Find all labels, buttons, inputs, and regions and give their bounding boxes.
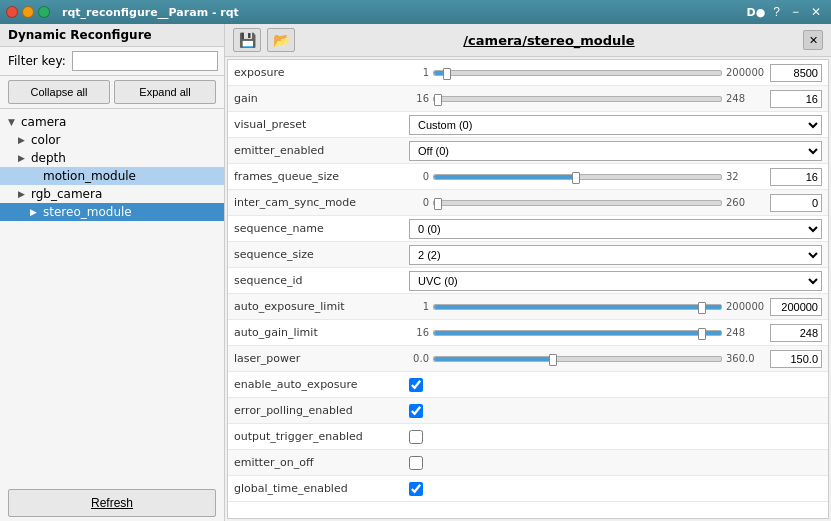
title-min-btn[interactable]: − (788, 4, 803, 20)
window-max-btn[interactable] (38, 6, 50, 18)
param-value-exposure[interactable] (770, 64, 822, 82)
param-value-auto-gain[interactable] (770, 324, 822, 342)
param-control-global-time (409, 482, 822, 496)
save-icon: 💾 (239, 32, 256, 48)
param-row-frames-queue-size: frames_queue_size 0 32 (228, 164, 828, 190)
slider-wrap-exposure[interactable] (433, 66, 722, 80)
param-name-frames-queue-size: frames_queue_size (234, 170, 409, 183)
slider-min-inter-cam: 0 (409, 197, 429, 208)
window-min-btn[interactable] (22, 6, 34, 18)
param-name-exposure: exposure (234, 66, 409, 79)
sequence-id-dropdown[interactable]: UVC (0) (409, 271, 822, 291)
emitter-enabled-dropdown[interactable]: Off (0) (409, 141, 822, 161)
visual-preset-dropdown[interactable]: Custom (0) (409, 115, 822, 135)
node-title: /camera/stereo_module (301, 33, 797, 48)
slider-track-gain (433, 96, 722, 102)
expand-collapse-row: Collapse all Expand all (0, 76, 224, 109)
collapse-all-btn[interactable]: Collapse all (8, 80, 110, 104)
param-control-emitter-on-off (409, 456, 822, 470)
param-row-gain: gain 16 248 (228, 86, 828, 112)
slider-min-frames-queue: 0 (409, 171, 429, 182)
slider-wrap-inter-cam[interactable] (433, 196, 722, 210)
right-toolbar: 💾 📂 /camera/stereo_module ✕ (225, 24, 831, 57)
slider-wrap-laser[interactable] (433, 352, 722, 366)
arrow-camera: ▼ (8, 117, 18, 127)
param-value-frames-queue[interactable] (770, 168, 822, 186)
title-help-btn[interactable]: ? (769, 4, 784, 20)
slider-max-frames-queue: 32 (726, 171, 766, 182)
param-control-output-trigger (409, 430, 822, 444)
param-name-auto-exposure-limit: auto_exposure_limit (234, 300, 409, 313)
param-value-inter-cam[interactable] (770, 194, 822, 212)
slider-wrap-frames-queue[interactable] (433, 170, 722, 184)
param-row-error-polling: error_polling_enabled (228, 398, 828, 424)
param-row-exposure: exposure 1 200000 (228, 60, 828, 86)
slider-track-frames-queue (433, 174, 722, 180)
title-bar: rqt_reconfigure__Param - rqt D● ? − ✕ (0, 0, 831, 24)
slider-track-inter-cam (433, 200, 722, 206)
param-value-laser[interactable] (770, 350, 822, 368)
slider-wrap-auto-gain[interactable] (433, 326, 722, 340)
arrow-rgb-camera: ▶ (18, 189, 28, 199)
tree-item-rgb-camera[interactable]: ▶ rgb_camera (0, 185, 224, 203)
param-name-output-trigger: output_trigger_enabled (234, 430, 409, 443)
title-bar-left: rqt_reconfigure__Param - rqt (6, 6, 239, 19)
filter-input[interactable] (72, 51, 218, 71)
enable-auto-exposure-checkbox[interactable] (409, 378, 423, 392)
tree-label-color: color (31, 133, 61, 147)
dynamic-reconfig-label: Dynamic Reconfigure (8, 28, 152, 42)
tree-item-color[interactable]: ▶ color (0, 131, 224, 149)
load-config-btn[interactable]: 📂 (267, 28, 295, 52)
filter-label: Filter key: (8, 54, 66, 68)
sequence-name-dropdown[interactable]: 0 (0) (409, 219, 822, 239)
output-trigger-checkbox[interactable] (409, 430, 423, 444)
slider-wrap-auto-exp[interactable] (433, 300, 722, 314)
param-name-laser-power: laser_power (234, 352, 409, 365)
param-control-auto-exposure-limit: 1 200000 (409, 298, 822, 316)
tree-item-depth[interactable]: ▶ depth (0, 149, 224, 167)
error-polling-checkbox[interactable] (409, 404, 423, 418)
slider-fill-auto-gain (434, 331, 721, 335)
param-control-auto-gain-limit: 16 248 (409, 324, 822, 342)
slider-min-exposure: 1 (409, 67, 429, 78)
emitter-on-off-checkbox[interactable] (409, 456, 423, 470)
window-close-btn[interactable] (6, 6, 18, 18)
close-panel-btn[interactable]: ✕ (803, 30, 823, 50)
tree-item-motion-module[interactable]: motion_module (0, 167, 224, 185)
title-right: D● ? − ✕ (747, 4, 825, 20)
refresh-btn[interactable]: Refresh (8, 489, 216, 517)
slider-wrap-gain[interactable] (433, 92, 722, 106)
slider-thumb-gain (434, 94, 442, 106)
param-name-inter-cam-sync: inter_cam_sync_mode (234, 196, 409, 209)
save-config-btn[interactable]: 💾 (233, 28, 261, 52)
param-name-sequence-id: sequence_id (234, 274, 409, 287)
slider-thumb-frames-queue (572, 172, 580, 184)
param-value-gain[interactable] (770, 90, 822, 108)
help-icon: D● (747, 6, 766, 19)
slider-thumb-auto-gain (698, 328, 706, 340)
arrow-stereo-module: ▶ (30, 207, 40, 217)
slider-fill-laser (434, 357, 555, 361)
right-panel: 💾 📂 /camera/stereo_module ✕ exposure 1 (225, 24, 831, 521)
slider-fill-auto-exp (434, 305, 721, 309)
param-name-emitter-enabled: emitter_enabled (234, 144, 409, 157)
title-close-btn[interactable]: ✕ (807, 4, 825, 20)
param-control-sequence-name: 0 (0) (409, 219, 822, 239)
param-name-global-time: global_time_enabled (234, 482, 409, 495)
param-row-inter-cam-sync: inter_cam_sync_mode 0 260 (228, 190, 828, 216)
param-value-auto-exp[interactable] (770, 298, 822, 316)
tree-item-stereo-module[interactable]: ▶ stereo_module (0, 203, 224, 221)
slider-min-auto-exp: 1 (409, 301, 429, 312)
param-row-global-time: global_time_enabled (228, 476, 828, 502)
param-name-enable-auto-exposure: enable_auto_exposure (234, 378, 409, 391)
param-row-output-trigger: output_trigger_enabled (228, 424, 828, 450)
expand-all-btn[interactable]: Expand all (114, 80, 216, 104)
global-time-checkbox[interactable] (409, 482, 423, 496)
sequence-size-dropdown[interactable]: 2 (2) (409, 245, 822, 265)
tree-item-camera[interactable]: ▼ camera (0, 113, 224, 131)
load-icon: 📂 (273, 32, 290, 48)
param-control-visual-preset: Custom (0) (409, 115, 822, 135)
param-control-error-polling (409, 404, 822, 418)
window-title: rqt_reconfigure__Param - rqt (62, 6, 239, 19)
slider-max-inter-cam: 260 (726, 197, 766, 208)
